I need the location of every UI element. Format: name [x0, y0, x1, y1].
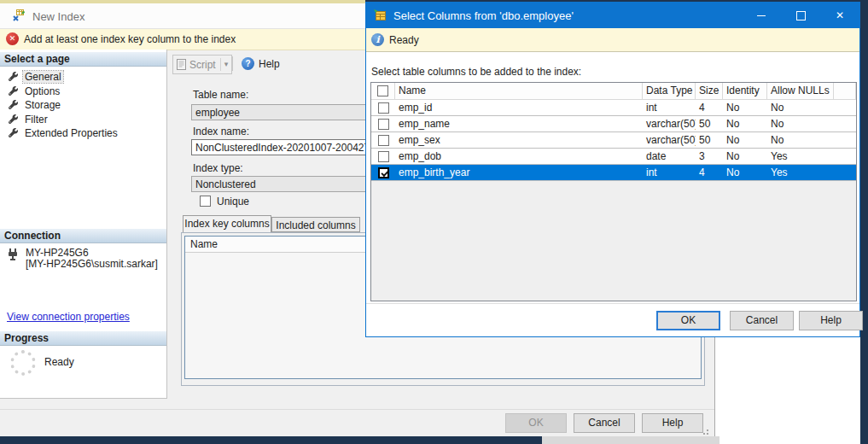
- column-row-emp_name[interactable]: emp_namevarchar(50)50NoNo: [371, 116, 856, 132]
- cell-filler: [834, 100, 856, 115]
- shell-right-strip: [860, 0, 868, 444]
- cell-filler: [834, 149, 856, 164]
- script-button[interactable]: Script ▾: [172, 55, 232, 74]
- row-checkbox-cell: [371, 165, 395, 180]
- sidebar-page-storage[interactable]: Storage: [9, 98, 62, 112]
- table-name-label: Table name:: [193, 89, 248, 101]
- select-all-checkbox[interactable]: [377, 85, 388, 96]
- cell-identity: No: [723, 132, 767, 148]
- cell-data-type: int: [643, 100, 696, 115]
- wrench-icon: [9, 85, 18, 99]
- script-icon: [177, 59, 186, 70]
- dialog-status-bar: i Ready: [366, 28, 859, 52]
- dialog-titlebar[interactable]: Select Columns from 'dbo.employee' ✕: [366, 3, 859, 28]
- connection-icon: [7, 248, 19, 265]
- footer-divider: [0, 409, 714, 410]
- dialog-cancel-button[interactable]: Cancel: [730, 311, 794, 330]
- sidebar-page-label: Filter: [23, 114, 50, 126]
- column-row-emp_id[interactable]: emp_idint4NoNo: [371, 100, 856, 116]
- minimize-icon: [757, 15, 766, 16]
- sidebar-page-extended-properties[interactable]: Extended Properties: [9, 126, 119, 140]
- cell-allow-nulls: Yes: [767, 165, 834, 180]
- cell-data-type: int: [643, 165, 696, 180]
- cancel-button[interactable]: Cancel: [574, 413, 635, 433]
- sidebar-page-filter[interactable]: Filter: [9, 113, 50, 126]
- cell-data-type: date: [643, 149, 696, 164]
- wrench-icon: [9, 71, 18, 85]
- column-row-emp_dob[interactable]: emp_dobdate3NoYes: [371, 149, 856, 165]
- columns-table-rows: emp_idint4NoNoemp_namevarchar(50)50NoNoe…: [371, 100, 856, 181]
- row-checkbox-cell: [371, 132, 395, 148]
- sidebar-page-label: Options: [23, 85, 61, 97]
- wrench-icon: [9, 127, 18, 141]
- row-checkbox[interactable]: [378, 102, 389, 114]
- wrench-icon: [9, 99, 18, 113]
- sidebar-page-label: Extended Properties: [23, 127, 119, 139]
- sidebar-page-label: Storage: [23, 99, 62, 111]
- connection-header: Connection: [0, 229, 166, 243]
- cell-identity: No: [723, 149, 767, 164]
- column-row-emp_sex[interactable]: emp_sexvarchar(50)50NoNo: [371, 132, 856, 149]
- columns-table-header-row: Name Data Type Size Identity Allow NULLs: [371, 83, 856, 100]
- info-icon: i: [371, 33, 384, 46]
- cell-size: 50: [696, 116, 723, 131]
- index-name-label: Index name:: [193, 126, 249, 137]
- row-checkbox[interactable]: [378, 135, 389, 146]
- sidebar-page-general[interactable]: General: [9, 70, 63, 84]
- select-columns-dialog: Select Columns from 'dbo.employee' ✕ i R…: [365, 2, 860, 337]
- cell-filler: [834, 132, 856, 148]
- dialog-status-text: Ready: [389, 34, 419, 46]
- select-a-page-panel: Select a page GeneralOptionsStorageFilte…: [0, 50, 167, 399]
- help-button[interactable]: Help: [642, 413, 703, 433]
- cell-name: emp_id: [395, 100, 643, 115]
- dialog-help-button[interactable]: Help: [799, 311, 863, 330]
- ssms-screenshot: New Index ✕ Add at least one index key c…: [0, 0, 868, 444]
- minimize-button[interactable]: [742, 3, 781, 28]
- dialog-table-icon: [373, 9, 387, 25]
- header-size[interactable]: Size: [696, 83, 723, 100]
- header-identity[interactable]: Identity: [723, 83, 767, 100]
- header-data-type[interactable]: Data Type: [643, 83, 696, 100]
- cell-name: emp_sex: [395, 132, 643, 148]
- tab-included-columns[interactable]: Included columns: [271, 217, 360, 232]
- script-dropdown-caret-icon[interactable]: ▾: [220, 58, 229, 71]
- dialog-instruction: Select table columns to be added to the …: [371, 66, 581, 78]
- header-name[interactable]: Name: [395, 83, 643, 100]
- cell-identity: No: [723, 165, 767, 180]
- help-question-icon: ?: [242, 57, 254, 70]
- dialog-footer-divider: [366, 303, 859, 304]
- column-row-emp_birth_year[interactable]: emp_birth_yearint4NoYes: [371, 165, 856, 181]
- select-a-page-header: Select a page: [0, 52, 166, 67]
- row-checkbox[interactable]: [378, 119, 389, 130]
- sidebar-page-options[interactable]: Options: [9, 85, 61, 98]
- close-button[interactable]: ✕: [820, 3, 859, 28]
- progress-header: Progress: [0, 331, 166, 346]
- unique-checkbox[interactable]: [200, 196, 211, 207]
- tab-index-key-columns[interactable]: Index key columns: [183, 215, 271, 232]
- cell-size: 50: [696, 132, 723, 148]
- cell-allow-nulls: Yes: [767, 149, 834, 164]
- shell-bottom-gray-strip: [542, 436, 719, 444]
- cell-allow-nulls: No: [767, 100, 834, 115]
- cell-name: emp_dob: [395, 149, 643, 164]
- index-type-label: Index type:: [193, 162, 243, 174]
- unique-label: Unique: [217, 196, 249, 207]
- progress-spinner-icon: [10, 350, 36, 376]
- dialog-ok-button[interactable]: OK: [656, 311, 720, 330]
- resize-grip[interactable]: [702, 429, 708, 436]
- row-checkbox[interactable]: [378, 151, 389, 162]
- validation-warning-text: Add at least one index key column to the…: [24, 33, 236, 45]
- new-index-title: New Index: [32, 10, 84, 23]
- cell-allow-nulls: No: [767, 132, 834, 148]
- ok-button[interactable]: OK: [505, 413, 567, 433]
- select-all-cell: [371, 83, 395, 100]
- view-connection-properties-link[interactable]: View connection properties: [7, 311, 130, 323]
- cell-filler: [834, 116, 856, 131]
- maximize-button[interactable]: [781, 3, 820, 28]
- cell-data-type: varchar(50): [643, 116, 696, 131]
- cell-size: 4: [696, 100, 723, 115]
- cell-size: 3: [696, 149, 723, 164]
- header-allow-nulls[interactable]: Allow NULLs: [767, 83, 834, 100]
- row-checkbox[interactable]: [378, 167, 389, 178]
- toolbar-help-button[interactable]: ? Help: [238, 55, 283, 73]
